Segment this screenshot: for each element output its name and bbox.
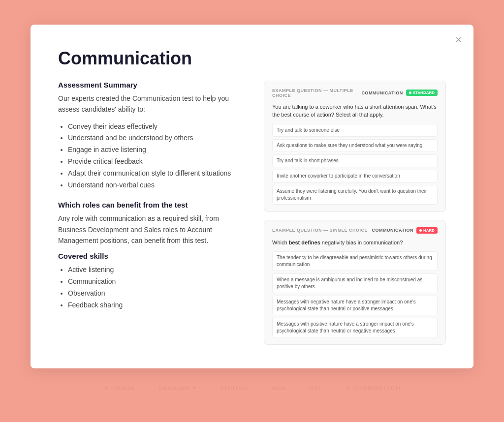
right-column: EXAMPLE QUESTION — MULTIPLE CHOICE COMMU… <box>264 81 446 345</box>
covered-skills-heading: Covered skills <box>58 252 244 260</box>
skill-item: Active listening <box>68 264 244 276</box>
assessment-summary-heading: Assessment Summary <box>58 81 244 89</box>
question-pre: Which <box>272 240 289 245</box>
example-card-1: EXAMPLE QUESTION — MULTIPLE CHOICE COMMU… <box>264 81 446 212</box>
bullet-item: Engage in active listening <box>68 144 244 156</box>
card-tags-1: COMMUNICATION STANDARD <box>361 90 438 96</box>
modal-title: Communication <box>58 48 446 69</box>
logo-monese: ✦ monese <box>104 384 135 392</box>
bullet-item: Provide critical feedback <box>68 156 244 168</box>
card-header-2: EXAMPLE QUESTION — SINGLE CHOICE COMMUNI… <box>272 227 438 234</box>
logo-cxl: CXL <box>309 384 322 392</box>
card-options-1: Try and talk to someone else Ask questio… <box>272 124 438 205</box>
option-item: Assume they were listening carefully. Yo… <box>272 185 438 205</box>
close-button[interactable]: × <box>455 34 462 45</box>
bullet-item: Understand non-verbal cues <box>68 180 244 191</box>
dot-icon <box>409 91 411 94</box>
option-item: Invite another coworker to participate i… <box>272 170 438 182</box>
logo-grammatech: ✦ GRAMMATECH <box>346 384 400 392</box>
which-roles-text: Any role with communication as a require… <box>58 213 244 246</box>
skills-bullets: Active listening Communication Observati… <box>58 264 244 311</box>
modal-dialog: × Communication Assessment Summary Our e… <box>31 25 473 369</box>
card-options-2: The tendency to be disagreeable and pess… <box>272 251 438 337</box>
card-tags-2: COMMUNICATION HARD <box>372 227 438 234</box>
page-wrapper: × Communication Assessment Summary Our e… <box>0 0 504 422</box>
which-roles-heading: Which roles can benefit from the test <box>58 201 244 209</box>
card-label-2: EXAMPLE QUESTION — SINGLE CHOICE <box>272 228 368 233</box>
bullet-item: Convey their ideas effectively <box>68 121 244 133</box>
option-item: Messages with positive nature have a str… <box>272 318 438 337</box>
skill-item: Observation <box>68 288 244 300</box>
logo-elisa: elisa <box>272 384 285 392</box>
question-bold: best defines <box>289 240 320 245</box>
covered-skills-section: Covered skills Active listening Communic… <box>58 252 244 311</box>
option-item: The tendency to be disagreeable and pess… <box>272 251 438 271</box>
option-item: Messages with negative nature have a str… <box>272 296 438 315</box>
skill-item: Communication <box>68 276 244 288</box>
question-post: negativity bias in communication? <box>320 240 403 245</box>
logo-fujitsu: FUJITSU <box>220 384 248 392</box>
assessment-summary-section: Assessment Summary Our experts created t… <box>58 81 244 191</box>
option-item: When a message is ambiguous and inclined… <box>272 273 438 293</box>
example-card-2: EXAMPLE QUESTION — SINGLE CHOICE COMMUNI… <box>264 220 446 345</box>
card-header-1: EXAMPLE QUESTION — MULTIPLE CHOICE COMMU… <box>272 88 438 98</box>
left-column: Assessment Summary Our experts created t… <box>58 81 244 345</box>
card-difficulty-1: STANDARD <box>406 90 438 96</box>
card-subject-2: COMMUNICATION <box>372 228 413 233</box>
card-question-1: You are talking to a coworker who has a … <box>272 103 438 119</box>
dot-icon <box>419 229 422 232</box>
bullet-item: Understand and be understood by others <box>68 132 244 144</box>
modal-body: Assessment Summary Our experts created t… <box>58 81 446 345</box>
which-roles-section: Which roles can benefit from the test An… <box>58 201 244 246</box>
card-subject-1: COMMUNICATION <box>361 90 403 95</box>
option-item: Ask questions to make sure they understo… <box>272 139 438 152</box>
card-question-2: Which best defines negativity bias in co… <box>272 239 438 247</box>
logo-swedbank: Swedbank ✦ <box>158 384 197 392</box>
assessment-bullets: Convey their ideas effectively Understan… <box>58 121 244 191</box>
assessment-summary-intro: Our experts created the Communication te… <box>58 93 244 115</box>
card-label-1: EXAMPLE QUESTION — MULTIPLE CHOICE <box>272 88 361 98</box>
option-item: Try and talk in short phrases <box>272 154 438 167</box>
logos-bar: ✦ monese Swedbank ✦ FUJITSU elisa CXL ✦ … <box>31 378 473 397</box>
card-difficulty-2: HARD <box>416 227 438 234</box>
skill-item: Feedback sharing <box>68 300 244 311</box>
bullet-item: Adapt their communication style to diffe… <box>68 168 244 180</box>
option-item: Try and talk to someone else <box>272 124 438 137</box>
